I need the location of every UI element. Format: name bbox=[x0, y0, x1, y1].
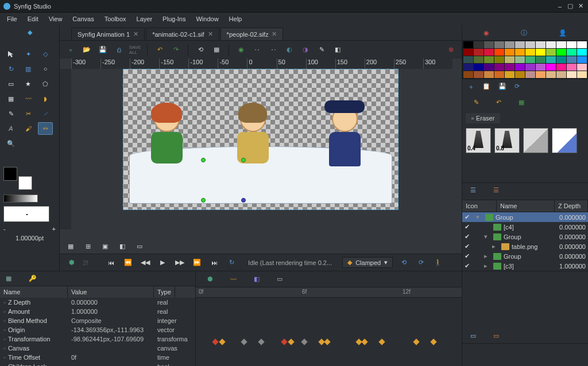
save-icon[interactable]: 💾 bbox=[96, 44, 109, 56]
palette-swatch[interactable] bbox=[494, 56, 504, 63]
loop-icon[interactable]: ↻ bbox=[225, 256, 238, 269]
layer-visible-checkbox[interactable]: ✔ bbox=[465, 243, 471, 250]
palette-swatch[interactable] bbox=[577, 49, 587, 56]
palette-swatch[interactable] bbox=[515, 49, 525, 56]
open-file-icon[interactable]: 📂 bbox=[80, 44, 93, 56]
tool-star[interactable]: ★ bbox=[21, 77, 36, 90]
tab-0[interactable]: Synfig Animation 1✕ bbox=[71, 28, 145, 40]
seek-fwd-icon[interactable]: ▶▶ bbox=[173, 256, 186, 269]
palette-swatch[interactable] bbox=[577, 64, 587, 71]
params-col-name[interactable]: Name bbox=[0, 286, 68, 298]
layer-expand-icon[interactable]: ▸ bbox=[484, 252, 491, 260]
palette-save-icon[interactable]: 💾 bbox=[498, 83, 506, 91]
palette-paste-icon[interactable]: 📋 bbox=[482, 83, 490, 91]
play-icon[interactable]: ▶ bbox=[156, 256, 169, 269]
tool-polygon[interactable]: ⬠ bbox=[38, 77, 53, 90]
layers-col-zdepth[interactable]: Z Depth bbox=[555, 200, 588, 212]
palette-swatch[interactable] bbox=[494, 71, 504, 78]
palette-swatch[interactable] bbox=[515, 71, 525, 78]
br-tab-b-icon[interactable]: ▭ bbox=[493, 332, 499, 340]
info-b-icon[interactable]: ⓘ bbox=[521, 29, 527, 37]
brush-tab-b-icon[interactable]: ↶ bbox=[496, 99, 501, 106]
palette-swatch[interactable] bbox=[577, 56, 587, 63]
anim-mode-b-icon[interactable]: ⟳ bbox=[415, 256, 427, 269]
palette-swatch[interactable] bbox=[494, 64, 504, 71]
timeline-ruler[interactable]: 0f 6f 12f bbox=[196, 287, 462, 298]
save-as-icon[interactable]: ⎙ bbox=[113, 44, 125, 56]
tool-gradient[interactable]: ▦ bbox=[3, 92, 18, 105]
animate-icon[interactable]: 🚶 bbox=[432, 256, 444, 269]
redo-icon[interactable]: ↷ bbox=[169, 44, 182, 56]
palette-swatch[interactable] bbox=[505, 49, 514, 56]
layers-tab-a-icon[interactable]: ☰ bbox=[470, 186, 476, 194]
tool-width[interactable]: ⟋ bbox=[38, 107, 53, 120]
outline-color[interactable] bbox=[3, 167, 17, 181]
brush-04[interactable]: 0.4 bbox=[466, 128, 491, 153]
close-canvas-icon[interactable]: ⊗ bbox=[444, 44, 457, 56]
menu-view[interactable]: View bbox=[44, 14, 67, 24]
palette-swatch[interactable] bbox=[505, 71, 514, 78]
menu-canvas[interactable]: Canvas bbox=[68, 14, 98, 24]
palette-swatch[interactable] bbox=[556, 49, 566, 56]
palette-swatch[interactable] bbox=[567, 71, 577, 78]
canvas-content[interactable] bbox=[123, 69, 399, 210]
param-value[interactable]: 0.000000 bbox=[71, 299, 157, 306]
palette-swatch[interactable] bbox=[484, 56, 494, 63]
tool-zoom[interactable]: 🔍 bbox=[3, 137, 18, 150]
anim-mode-a-icon[interactable]: ⟲ bbox=[397, 256, 410, 269]
param-row[interactable]: ▫Blend MethodCompositeinteger bbox=[0, 316, 195, 325]
tool-text[interactable]: A bbox=[3, 122, 18, 135]
palette-swatch[interactable] bbox=[525, 41, 535, 48]
tool-circle[interactable]: ○ bbox=[38, 63, 53, 75]
tl-tab-c-icon[interactable]: ◧ bbox=[254, 275, 260, 283]
param-value[interactable]: 1.000000 bbox=[71, 308, 157, 315]
palette-swatch[interactable] bbox=[494, 49, 504, 56]
layer-row[interactable]: ✔▸Group0.000000 bbox=[462, 251, 588, 261]
palette-swatch[interactable] bbox=[515, 56, 525, 63]
time-field[interactable]: 2f bbox=[83, 259, 100, 266]
onion-icon[interactable]: ◉ bbox=[235, 44, 247, 56]
tool-rectangle[interactable]: ▭ bbox=[3, 77, 18, 90]
layer-expand-icon[interactable]: ▾ bbox=[476, 213, 483, 221]
layer-visible-checkbox[interactable]: ✔ bbox=[465, 223, 471, 231]
tool-spline[interactable]: 〰 bbox=[21, 92, 36, 105]
preview-icon[interactable]: ⟲ bbox=[194, 44, 207, 56]
undo-icon[interactable]: ↶ bbox=[153, 44, 166, 56]
params-col-value[interactable]: Value bbox=[68, 286, 154, 298]
brush-08[interactable]: 0.8 bbox=[494, 128, 520, 153]
param-value[interactable]: Composite bbox=[71, 317, 157, 324]
param-value[interactable]: 0f bbox=[71, 354, 157, 361]
tab-1[interactable]: *animatic-02-c1.sif✕ bbox=[146, 28, 219, 40]
palette-swatch[interactable] bbox=[577, 71, 587, 78]
brush-tab-a-icon[interactable]: ✎ bbox=[474, 99, 479, 106]
layer-visible-checkbox[interactable]: ✔ bbox=[465, 252, 471, 260]
viewport[interactable] bbox=[71, 69, 452, 229]
palette-swatch[interactable] bbox=[463, 56, 473, 63]
tool-region[interactable]: ◗ bbox=[38, 92, 53, 105]
mode-b-icon[interactable]: ◐ bbox=[283, 44, 296, 56]
seek-back-icon[interactable]: ◀◀ bbox=[139, 256, 152, 269]
layers-col-name[interactable]: Name bbox=[497, 200, 555, 212]
handle-br[interactable] bbox=[241, 198, 246, 203]
palette-swatch[interactable] bbox=[546, 56, 556, 63]
mode-e-icon[interactable]: ◧ bbox=[331, 44, 344, 56]
params-tab-icon[interactable]: ▦ bbox=[6, 275, 11, 282]
layer-row[interactable]: ✔▸[c3]1.000000 bbox=[462, 261, 588, 271]
interpolation-dropdown[interactable]: ◆ Clamped ▾ bbox=[342, 257, 393, 268]
palette-add-icon[interactable]: ＋ bbox=[468, 83, 474, 91]
palette-swatch[interactable] bbox=[525, 71, 535, 78]
layer-visible-checkbox[interactable]: ✔ bbox=[465, 233, 471, 240]
palette-swatch[interactable] bbox=[556, 64, 566, 71]
view-opt-4[interactable]: ◧ bbox=[116, 240, 129, 252]
palette-swatch[interactable] bbox=[536, 41, 546, 48]
layer-expand-icon[interactable]: ▸ bbox=[492, 243, 499, 250]
brush-size-plus[interactable]: + bbox=[52, 225, 56, 232]
menu-plugins[interactable]: Plug-Ins bbox=[158, 14, 190, 24]
palette-swatch[interactable] bbox=[463, 64, 473, 71]
palette-swatch[interactable] bbox=[536, 49, 546, 56]
palette-swatch[interactable] bbox=[505, 41, 514, 48]
palette-swatch[interactable] bbox=[546, 64, 556, 71]
tab-1-close[interactable]: ✕ bbox=[208, 30, 213, 38]
close-button[interactable]: ✕ bbox=[577, 2, 585, 10]
palette-swatch[interactable] bbox=[546, 71, 556, 78]
